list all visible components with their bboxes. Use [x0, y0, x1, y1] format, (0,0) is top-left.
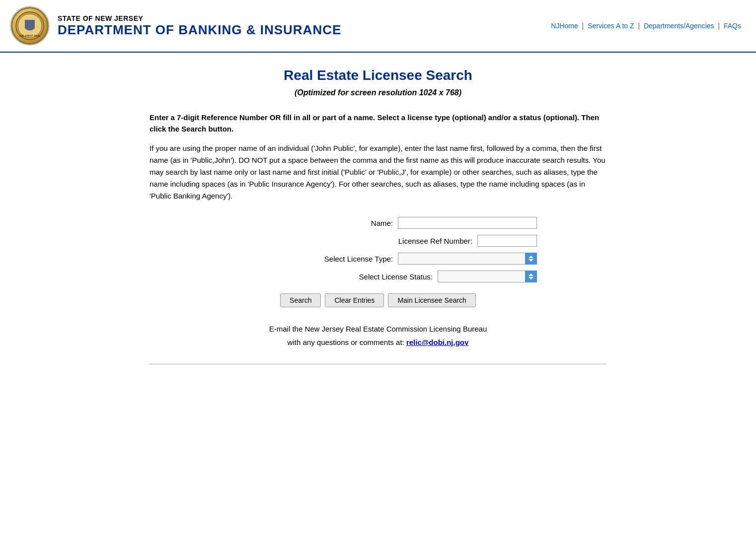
main-search-button[interactable]: Main Licensee Search	[388, 293, 476, 307]
license-status-label: Select License Status:	[333, 272, 433, 281]
nav-njhome[interactable]: NJHome	[551, 22, 578, 30]
footer-email-link[interactable]: relic@dobi.nj.gov	[406, 338, 468, 346]
license-type-row: Select License Type: Broker Salesperson …	[219, 253, 537, 265]
header-title: State of New Jersey Department of Bankin…	[58, 14, 341, 38]
name-input[interactable]	[398, 217, 537, 229]
name-label: Name:	[294, 219, 393, 227]
footer-text: E-mail the New Jersey Real Estate Commis…	[150, 322, 606, 349]
clear-button[interactable]: Clear Entries	[325, 293, 384, 307]
org-name-line1: State of New Jersey	[58, 14, 341, 22]
top-nav: NJHome | Services A to Z | Departments/A…	[551, 22, 741, 30]
instructions-normal: If you are using the proper name of an i…	[150, 142, 606, 202]
license-status-row: Select License Status: Active Inactive E…	[219, 271, 537, 282]
license-type-select[interactable]: Broker Salesperson Broker-Salesperson Re…	[398, 253, 537, 265]
page-subtitle: (Optimized for screen resolution 1024 x …	[150, 88, 606, 97]
nav-services[interactable]: Services A to Z	[588, 22, 634, 30]
main-content: Real Estate Licensee Search (Optimized f…	[130, 53, 626, 384]
license-type-label: Select License Type:	[294, 255, 393, 263]
license-status-select[interactable]: Active Inactive Expired Suspended Revoke…	[438, 271, 537, 282]
nj-state-seal: THE GREAT SEAL	[10, 6, 50, 46]
org-name-line2: Department of Banking & Insurance	[58, 22, 341, 38]
header-left: THE GREAT SEAL State of New Jersey Depar…	[10, 6, 341, 46]
footer-text-line2: with any questions or comments at:	[288, 338, 404, 346]
svg-text:THE GREAT SEAL: THE GREAT SEAL	[19, 34, 40, 37]
name-row: Name:	[219, 217, 537, 229]
footer-text-line1: E-mail the New Jersey Real Estate Commis…	[269, 325, 487, 333]
license-status-wrapper: Active Inactive Expired Suspended Revoke…	[438, 271, 537, 282]
nav-separator-1: |	[582, 22, 584, 30]
license-type-wrapper: Broker Salesperson Broker-Salesperson Re…	[398, 253, 537, 265]
search-button[interactable]: Search	[280, 293, 321, 307]
button-row: Search Clear Entries Main Licensee Searc…	[280, 293, 476, 307]
page-divider	[150, 364, 606, 364]
nav-faqs[interactable]: FAQs	[724, 22, 741, 30]
page-title: Real Estate Licensee Search	[150, 68, 606, 83]
nav-separator-2: |	[638, 22, 640, 30]
nav-separator-3: |	[718, 22, 720, 30]
page-header: THE GREAT SEAL State of New Jersey Depar…	[0, 0, 756, 53]
ref-input[interactable]	[477, 235, 537, 247]
nav-departments[interactable]: Departments/Agencies	[644, 22, 714, 30]
seal-inner: THE GREAT SEAL	[11, 7, 48, 44]
search-form: Name: Licensee Ref Number: Select Licens…	[150, 217, 606, 307]
instructions-bold: Enter a 7-digit Reference Number OR fill…	[150, 112, 606, 135]
ref-row: Licensee Ref Number:	[219, 235, 537, 247]
ref-label: Licensee Ref Number:	[373, 237, 472, 245]
